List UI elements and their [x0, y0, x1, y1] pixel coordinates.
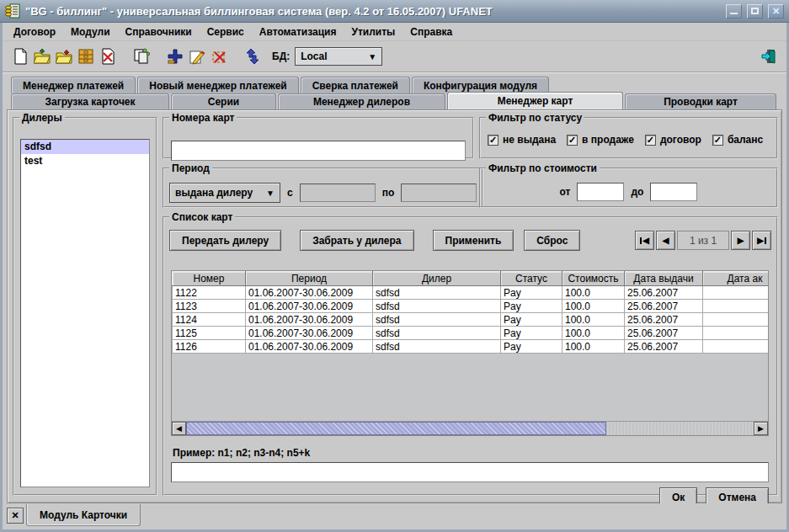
scroll-left-icon[interactable]: ◀	[172, 422, 186, 435]
close-button[interactable]: ✕	[768, 4, 784, 19]
cell[interactable]: 1122	[173, 286, 246, 300]
cell[interactable]: 100.0	[562, 327, 625, 340]
db-select[interactable]: Local ▼	[295, 47, 382, 66]
cell[interactable]: 25.06.2007	[625, 300, 703, 313]
archive-drawers-icon[interactable]	[75, 45, 97, 67]
delete-document-icon[interactable]	[97, 45, 119, 67]
menu-avtomatizatsiya[interactable]: Автоматизация	[252, 24, 344, 40]
period-type-select[interactable]: выдана дилеру ▼	[169, 183, 280, 203]
cell[interactable]: 01.06.2007-30.06.2009	[246, 340, 373, 354]
col-diler[interactable]: Дилер	[373, 272, 501, 286]
minimize-button[interactable]	[726, 4, 742, 19]
menu-moduli[interactable]: Модули	[63, 24, 117, 40]
cell[interactable]	[703, 340, 770, 354]
cell[interactable]: 25.06.2007	[625, 327, 703, 340]
menu-spravka[interactable]: Справка	[402, 24, 460, 40]
tab-manager-kart[interactable]: Менеджер карт	[447, 92, 623, 109]
transfer-to-dealer-button[interactable]: Передать дилеру	[169, 230, 281, 251]
next-page-button[interactable]: ▶	[731, 231, 750, 250]
cell[interactable]: 100.0	[562, 340, 625, 354]
cell[interactable]: Pay	[501, 313, 562, 327]
last-page-button[interactable]: ▶	[752, 231, 771, 250]
col-stoimost[interactable]: Стоимость	[562, 272, 625, 286]
cell[interactable]	[703, 300, 770, 313]
horizontal-scrollbar[interactable]: ◀ ▶	[172, 421, 768, 435]
cell[interactable]: Pay	[501, 300, 562, 313]
edit-icon[interactable]	[186, 45, 208, 67]
period-from-field[interactable]	[300, 184, 376, 202]
scrollbar-track[interactable]	[186, 422, 754, 435]
cell[interactable]: 25.06.2007	[625, 286, 703, 300]
close-module-button[interactable]: ✕	[7, 508, 24, 524]
cell[interactable]: sdfsd	[373, 327, 501, 340]
cell[interactable]	[703, 286, 770, 300]
cost-to-input[interactable]	[650, 183, 697, 201]
table-row[interactable]: 112501.06.2007-30.06.2009sdfsdPay100.025…	[173, 327, 770, 340]
tab-modul-kartochki[interactable]: Модуль Карточки	[26, 504, 141, 526]
checkbox-v-prodazhe[interactable]: ✓ в продаже	[567, 134, 634, 146]
cell[interactable]: 25.06.2007	[625, 340, 703, 354]
maximize-button[interactable]	[747, 4, 763, 19]
tab-konfiguratsiya-modulya[interactable]: Конфигурация модуля	[412, 77, 549, 93]
copy-icon[interactable]	[131, 45, 152, 67]
col-status[interactable]: Статус	[501, 272, 562, 286]
first-page-button[interactable]: ◀	[635, 231, 654, 250]
cell[interactable]: 01.06.2007-30.06.2009	[246, 300, 373, 313]
exit-icon[interactable]	[758, 45, 780, 67]
cell[interactable]: 100.0	[562, 286, 625, 300]
remove-icon[interactable]	[208, 45, 230, 67]
table-row[interactable]: 112401.06.2007-30.06.2009sdfsdPay100.025…	[173, 313, 770, 327]
cell[interactable]: sdfsd	[373, 313, 501, 327]
cell[interactable]: 1126	[173, 340, 246, 354]
cell[interactable]: 1124	[173, 313, 246, 327]
col-data-ak[interactable]: Дата ак	[703, 272, 770, 286]
cell[interactable]: Pay	[501, 286, 562, 300]
open-folder-icon[interactable]	[31, 45, 53, 67]
menu-spravochniki[interactable]: Справочники	[118, 24, 200, 40]
table-row[interactable]: 112601.06.2007-30.06.2009sdfsdPay100.025…	[173, 340, 770, 354]
cell[interactable]: sdfsd	[373, 286, 501, 300]
cost-from-input[interactable]	[577, 183, 624, 201]
cell[interactable]: 100.0	[562, 300, 625, 313]
take-from-dealer-button[interactable]: Забрать у дилера	[300, 230, 413, 251]
tab-manager-platezhey[interactable]: Менеджер платежей	[11, 77, 136, 93]
tab-sverka-platezhey[interactable]: Сверка платежей	[301, 77, 410, 93]
cell[interactable]	[703, 327, 770, 340]
scrollbar-thumb[interactable]	[186, 422, 606, 435]
cell[interactable]: 100.0	[562, 313, 625, 327]
checkbox-balans[interactable]: ✓ баланс	[712, 134, 763, 146]
cell[interactable]	[703, 313, 770, 327]
tab-novyi-manager-platezhey[interactable]: Новый менеджер платежей	[137, 77, 298, 93]
dealers-list[interactable]: sdfsd test	[20, 139, 150, 487]
cell[interactable]: Pay	[501, 340, 562, 354]
tab-zagruzka-kartochek[interactable]: Загрузка карточек	[11, 93, 169, 109]
add-icon[interactable]	[164, 45, 186, 67]
card-numbers-expression-input[interactable]	[171, 462, 769, 482]
table-row[interactable]: 112301.06.2007-30.06.2009sdfsdPay100.025…	[173, 300, 770, 313]
col-data-vydachi[interactable]: Дата выдачи	[625, 272, 703, 286]
cell[interactable]: sdfsd	[373, 340, 501, 354]
cell[interactable]: 1123	[173, 300, 246, 313]
cell[interactable]: Pay	[501, 327, 562, 340]
cell[interactable]: 01.06.2007-30.06.2009	[246, 313, 373, 327]
checkbox-dogovor[interactable]: ✓ договор	[645, 134, 701, 146]
cell[interactable]: 01.06.2007-30.06.2009	[246, 286, 373, 300]
dealer-item-sdfsd[interactable]: sdfsd	[21, 140, 149, 154]
tab-manager-dilerov[interactable]: Менеджер дилеров	[278, 93, 445, 109]
open-folder-alt-icon[interactable]	[53, 45, 75, 67]
scroll-right-icon[interactable]: ▶	[754, 422, 768, 435]
reset-button[interactable]: Сброс	[524, 230, 580, 251]
table-row[interactable]: 112201.06.2007-30.06.2009sdfsdPay100.025…	[173, 286, 770, 300]
apply-button[interactable]: Применить	[433, 230, 514, 251]
refresh-icon[interactable]	[242, 45, 264, 67]
tab-provodki-kart[interactable]: Проводки карт	[625, 93, 776, 109]
card-numbers-input[interactable]	[171, 141, 466, 161]
cell[interactable]: sdfsd	[373, 300, 501, 313]
menu-utility[interactable]: Утилиты	[344, 24, 402, 40]
cell[interactable]: 25.06.2007	[625, 313, 703, 327]
cell[interactable]: 1125	[173, 327, 246, 340]
tab-serii[interactable]: Серии	[171, 93, 276, 109]
cell[interactable]: 01.06.2007-30.06.2009	[246, 327, 373, 340]
period-to-field[interactable]	[401, 184, 477, 202]
col-period[interactable]: Период	[246, 272, 373, 286]
